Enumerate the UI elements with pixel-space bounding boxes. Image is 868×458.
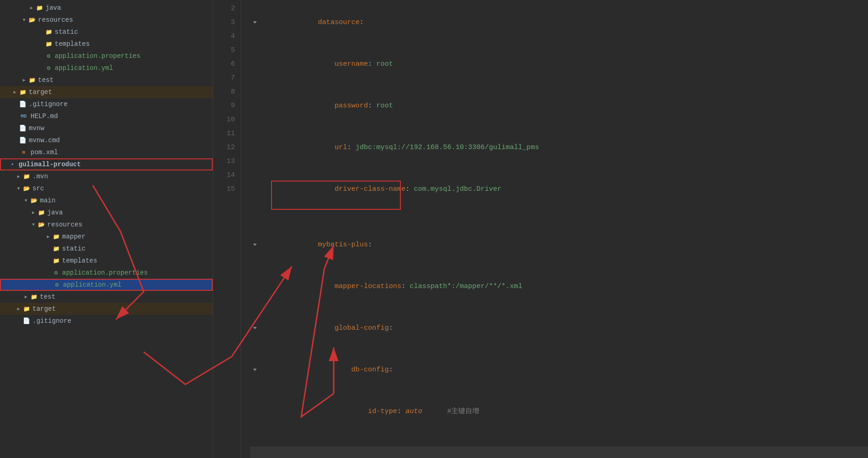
folder-icon: 📁 — [37, 208, 45, 217]
tree-item-label: .gitignore — [29, 100, 213, 108]
code-text: id-type: auto #主键自增 — [260, 391, 479, 433]
svg-marker-1 — [253, 244, 257, 246]
tree-item-mvn-2[interactable]: ▶ 📁 .mvn — [0, 170, 213, 182]
yaml-comment: #主键自增 — [422, 408, 479, 415]
tree-item-appyml-1[interactable]: ⚙ application.yml — [0, 62, 213, 74]
tree-item-mvnwcmd[interactable]: 📄 mvnw.cmd — [0, 134, 213, 146]
yaml-key: datasource — [301, 19, 360, 26]
fold-gutter — [250, 326, 260, 331]
yaml-value: jdbc:mysql://192.168.56.10:3306/gulimall… — [351, 144, 539, 151]
folder-icon: 📁 — [52, 257, 60, 265]
folder-icon: 📁 — [52, 232, 60, 241]
code-line-9: mapper-locations: classpath*:/mapper/**/… — [250, 266, 868, 307]
expand-arrow: ▼ — [20, 18, 28, 23]
tree-item-static-1[interactable]: 📁 static — [0, 26, 213, 38]
yaml-key: username — [301, 60, 368, 68]
code-text: mybatis-plus: — [260, 224, 372, 266]
tree-item-target-2[interactable]: ▶ 📁 target — [0, 303, 213, 315]
yaml-key: mapper-locations — [301, 282, 401, 290]
tree-item-resources-2[interactable]: ▼ 📂 resources — [0, 219, 213, 231]
tree-item-pomxml[interactable]: m pom.xml — [0, 146, 213, 158]
tree-item-label: .mvn — [32, 173, 213, 180]
expand-arrow: ▼ — [15, 186, 22, 191]
code-line-4: password: root — [250, 85, 868, 127]
tree-item-templates-2[interactable]: 📁 templates — [0, 255, 213, 267]
collapse-arrow: ▶ — [15, 174, 22, 179]
folder-icon: 📁 — [44, 28, 53, 36]
tree-item-java-2[interactable]: ▶ 📁 java — [0, 207, 213, 219]
code-line-3: username: root — [250, 44, 868, 85]
file-icon: MD — [19, 112, 29, 120]
code-content[interactable]: datasource: username: root password: roo… — [241, 0, 868, 458]
file-icon: 📄 — [19, 136, 27, 144]
yaml-value: root — [372, 60, 393, 68]
collapse-arrow: ▶ — [11, 89, 19, 95]
yaml-colon: : — [360, 19, 364, 26]
code-text — [260, 210, 264, 224]
tree-item-templates-1[interactable]: 📁 templates — [0, 38, 213, 50]
code-text: driver-class-name: com.mysql.jdbc.Driver — [260, 169, 501, 210]
yaml-colon: : — [397, 408, 401, 415]
tree-item-label: application.yml — [55, 64, 213, 72]
folder-icon: 📁 — [35, 4, 44, 12]
tree-item-helpmd[interactable]: MD HELP.md — [0, 110, 213, 122]
fold-gutter — [250, 243, 260, 247]
collapse-arrow: ▶ — [44, 234, 52, 239]
code-line-2: datasource: — [250, 2, 868, 44]
tree-item-appyml-2[interactable]: ⚙ application.yml — [0, 279, 213, 291]
tree-item-label: HELP.md — [31, 113, 213, 120]
tree-item-gitignore-2[interactable]: 📄 .gitignore — [0, 315, 213, 327]
code-text: password: root — [260, 85, 393, 127]
collapse-arrow: ▶ — [30, 210, 37, 215]
file-icon: m — [19, 148, 29, 157]
code-text: db-config: — [260, 349, 393, 391]
folder-icon: 📁 — [19, 88, 27, 96]
file-icon: ⚙ — [44, 52, 53, 60]
code-line-8: mybatis-plus: — [250, 224, 868, 266]
tree-item-label: src — [32, 185, 213, 192]
file-icon: 📄 — [19, 100, 27, 108]
tree-item-mapper-2[interactable]: ▶ 📁 mapper — [0, 231, 213, 243]
yaml-key: db-config — [301, 366, 389, 374]
folder-icon: 📂 — [37, 220, 45, 229]
tree-item-test-2[interactable]: ▶ 📁 test — [0, 291, 213, 303]
tree-item-label: static — [55, 28, 213, 36]
tree-item-label: gulimall-product — [19, 161, 212, 168]
code-line-12: id-type: auto #主键自增 — [250, 391, 868, 433]
tree-item-target-1[interactable]: ▶ 📁 target — [0, 86, 213, 98]
tree-item-test-1[interactable]: ▶ 📁 test — [0, 74, 213, 86]
folder-icon: 📂 — [28, 16, 36, 24]
yaml-value: auto — [401, 408, 422, 415]
svg-marker-2 — [253, 327, 257, 329]
file-tree-sidebar: ▶ 📁 java ▼ 📂 resources 📁 static 📁 templa… — [0, 0, 213, 458]
yaml-colon: : — [389, 324, 393, 332]
tree-item-java[interactable]: ▶ 📁 java — [0, 2, 213, 14]
module-icon: ▪ — [8, 160, 17, 169]
tree-item-label: target — [29, 88, 213, 96]
tree-item-main-2[interactable]: ▼ 📂 main — [0, 194, 213, 207]
code-line-13 — [250, 433, 868, 446]
yaml-colon: : — [401, 282, 405, 290]
tree-item-mvnw[interactable]: 📄 mvnw — [0, 122, 213, 134]
tree-item-appprops-2[interactable]: ⚙ application.properties — [0, 267, 213, 279]
tree-item-label: pom.xml — [31, 149, 213, 156]
tree-item-src-2[interactable]: ▼ 📂 src — [0, 182, 213, 194]
svg-marker-3 — [253, 369, 257, 371]
code-editor: 2 3 4 5 6 7 8 9 10 11 12 13 14 15 datas — [213, 0, 868, 458]
folder-icon: 📁 — [52, 245, 60, 253]
yaml-colon: : — [389, 366, 393, 374]
tree-item-gulimall-product[interactable]: ▪ gulimall-product — [0, 158, 213, 170]
expand-arrow: ▼ — [22, 198, 30, 203]
tree-item-label: templates — [62, 257, 213, 264]
file-icon: 📄 — [22, 317, 31, 325]
tree-item-static-2[interactable]: 📁 static — [0, 243, 213, 255]
tree-item-appprops-1[interactable]: ⚙ application.properties — [0, 50, 213, 62]
tree-item-label: java — [45, 4, 213, 12]
folder-icon: 📁 — [44, 40, 53, 48]
line-numbers: 2 3 4 5 6 7 8 9 10 11 12 13 14 15 — [213, 0, 241, 458]
collapse-arrow: ▶ — [22, 294, 30, 300]
tree-item-resources-1[interactable]: ▼ 📂 resources — [0, 14, 213, 26]
yaml-value: com.mysql.jdbc.Driver — [410, 185, 501, 193]
tree-item-gitignore-1[interactable]: 📄 .gitignore — [0, 98, 213, 110]
tree-item-label: test — [40, 293, 213, 301]
